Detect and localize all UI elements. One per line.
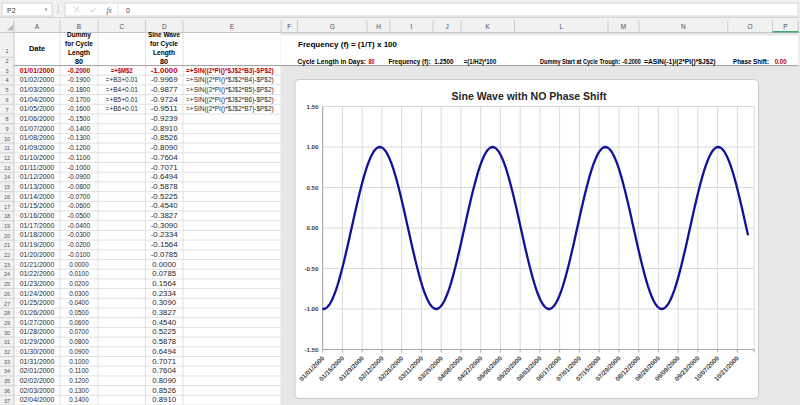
svg-text:-0.4540: -0.4540 <box>151 202 178 209</box>
svg-text:11: 11 <box>4 145 10 151</box>
svg-text:01/07/2000: 01/07/2000 <box>20 125 55 132</box>
svg-text:29: 29 <box>4 320 10 326</box>
svg-text:27: 27 <box>4 301 10 307</box>
svg-text:-0.0300: -0.0300 <box>68 231 91 238</box>
svg-text:-0.9239: -0.9239 <box>151 115 178 122</box>
svg-text:N: N <box>681 23 686 30</box>
svg-text:0.3827: 0.3827 <box>152 309 176 316</box>
svg-text:28: 28 <box>4 310 10 316</box>
svg-text:-0.0785: -0.0785 <box>151 251 178 258</box>
svg-text:=+SIN((2*PI()*$J$2*B5)-$P$2): =+SIN((2*PI()*$J$2*B5)-$P$2) <box>186 86 274 94</box>
svg-text:O: O <box>748 23 753 30</box>
svg-text:1.50: 1.50 <box>306 103 319 110</box>
svg-text:-0.1700: -0.1700 <box>68 96 91 103</box>
svg-text:=+SIN((2*PI()*$J$2*B6)-$P$2): =+SIN((2*PI()*$J$2*B6)-$P$2) <box>186 96 274 104</box>
svg-text:0.0400: 0.0400 <box>69 299 89 306</box>
svg-text:0.1300: 0.1300 <box>69 387 89 394</box>
svg-text:-0.9724: -0.9724 <box>151 96 178 103</box>
svg-text:02/04/2000: 02/04/2000 <box>20 396 55 403</box>
svg-text:19: 19 <box>4 223 10 229</box>
svg-text:=+SIN((2*PI()*$J$2*B3)-$P$2): =+SIN((2*PI()*$J$2*B3)-$P$2) <box>186 67 274 75</box>
svg-text:=+$M$2: =+$M$2 <box>111 67 133 75</box>
svg-text:Sine Wave with NO Phase Shift: Sine Wave with NO Phase Shift <box>452 90 607 102</box>
svg-text:-0.1500: -0.1500 <box>68 115 91 122</box>
svg-text:-0.7604: -0.7604 <box>151 154 178 161</box>
svg-text:0.0800: 0.0800 <box>69 338 89 345</box>
svg-text:5: 5 <box>5 87 8 93</box>
svg-text:for Cycle: for Cycle <box>65 40 93 48</box>
svg-text:01/05/2000: 01/05/2000 <box>20 105 55 112</box>
svg-text:0.1200: 0.1200 <box>69 377 89 384</box>
svg-text:Dummy Start at Cycle Trough:: Dummy Start at Cycle Trough: <box>540 58 620 66</box>
svg-text:D: D <box>162 23 167 30</box>
svg-text:Sine Wave: Sine Wave <box>148 31 180 38</box>
svg-text:8: 8 <box>5 116 8 122</box>
svg-text:-0.8526: -0.8526 <box>151 134 178 141</box>
svg-text:4: 4 <box>5 77 8 83</box>
svg-text:01/23/2000: 01/23/2000 <box>20 280 55 287</box>
svg-text:M: M <box>621 23 626 30</box>
svg-text:B: B <box>77 23 81 30</box>
svg-text:0.0600: 0.0600 <box>69 319 89 326</box>
svg-text:fx: fx <box>107 6 113 15</box>
svg-text:01/27/2000: 01/27/2000 <box>20 319 55 326</box>
svg-text:J: J <box>445 23 448 30</box>
svg-text:0.8910: 0.8910 <box>152 396 176 403</box>
svg-text:36: 36 <box>4 388 10 394</box>
svg-text:-0.1100: -0.1100 <box>68 154 91 161</box>
svg-text:-0.9511: -0.9511 <box>151 105 178 112</box>
svg-text:26: 26 <box>4 291 10 297</box>
svg-text:23: 23 <box>4 262 10 268</box>
svg-text:0.1100: 0.1100 <box>69 367 89 374</box>
svg-text:-0.0900: -0.0900 <box>68 173 91 180</box>
svg-text:01/17/2000: 01/17/2000 <box>20 222 55 229</box>
svg-text:01/21/2000: 01/21/2000 <box>20 261 55 268</box>
svg-text:01/13/2000: 01/13/2000 <box>20 183 55 190</box>
svg-text:0.0000: 0.0000 <box>69 261 89 268</box>
svg-text:01/18/2000: 01/18/2000 <box>20 231 55 238</box>
svg-text:0.0785: 0.0785 <box>152 270 176 277</box>
svg-text:01/19/2000: 01/19/2000 <box>20 241 55 248</box>
svg-text:01/26/2000: 01/26/2000 <box>20 309 55 316</box>
svg-text:-1.00: -1.00 <box>304 305 319 312</box>
svg-text:-0.8910: -0.8910 <box>151 125 178 132</box>
svg-text:01/24/2000: 01/24/2000 <box>20 290 55 297</box>
svg-text:01/11/2000: 01/11/2000 <box>20 164 55 171</box>
svg-text:32: 32 <box>4 349 10 355</box>
svg-text:-0.1400: -0.1400 <box>68 125 91 132</box>
svg-text:01/20/2000: 01/20/2000 <box>20 251 55 258</box>
svg-text:H: H <box>376 23 381 30</box>
svg-text:0: 0 <box>126 7 130 14</box>
svg-text:0.2334: 0.2334 <box>152 290 176 297</box>
svg-text:P: P <box>783 23 787 30</box>
svg-text:35: 35 <box>4 378 10 384</box>
svg-text:C: C <box>119 23 124 30</box>
svg-text:16: 16 <box>4 194 10 200</box>
svg-text:14: 14 <box>4 174 10 180</box>
svg-text:01/31/2000: 01/31/2000 <box>20 358 55 365</box>
svg-text:-0.9877: -0.9877 <box>151 86 178 93</box>
svg-text:-0.5225: -0.5225 <box>151 193 178 200</box>
svg-text:0.8090: 0.8090 <box>152 377 176 384</box>
svg-text:02/02/2000: 02/02/2000 <box>20 377 55 384</box>
svg-text:0.7604: 0.7604 <box>152 367 176 374</box>
svg-text:0.0500: 0.0500 <box>69 309 89 316</box>
svg-text:02/03/2000: 02/03/2000 <box>20 387 55 394</box>
svg-text:-1.50: -1.50 <box>304 346 319 353</box>
svg-text:Frequency (f):: Frequency (f): <box>389 58 431 66</box>
svg-text:-0.1000: -0.1000 <box>68 164 91 171</box>
svg-text:-0.8090: -0.8090 <box>151 144 178 151</box>
svg-text:31: 31 <box>4 339 10 345</box>
svg-text:-0.1200: -0.1200 <box>68 144 91 151</box>
svg-text:01/04/2000: 01/04/2000 <box>20 96 55 103</box>
svg-text:Length: Length <box>153 49 175 57</box>
svg-text:-0.1800: -0.1800 <box>68 86 91 93</box>
svg-text:0.50: 0.50 <box>306 184 319 191</box>
svg-text:-0.0500: -0.0500 <box>68 212 91 219</box>
svg-text:-0.0800: -0.0800 <box>68 183 91 190</box>
svg-text:25: 25 <box>4 281 10 287</box>
svg-text:G: G <box>330 23 335 30</box>
svg-text:-1.0000: -1.0000 <box>151 67 178 74</box>
svg-text:01/03/2000: 01/03/2000 <box>20 86 55 93</box>
svg-text:01/22/2000: 01/22/2000 <box>20 270 55 277</box>
